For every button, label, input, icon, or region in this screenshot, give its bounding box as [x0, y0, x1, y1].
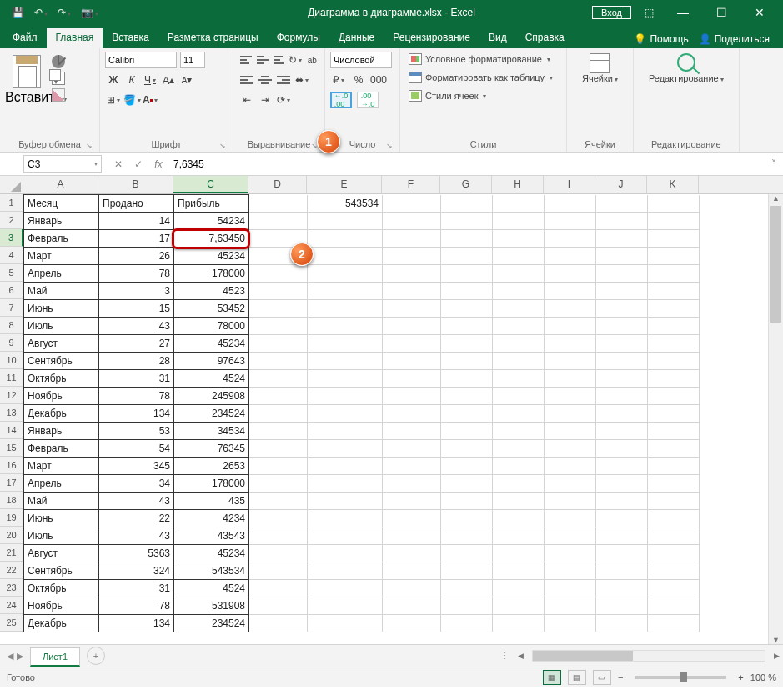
cell-J18[interactable]	[596, 492, 648, 510]
cell-G22[interactable]	[441, 562, 493, 580]
cell-E19[interactable]	[308, 510, 383, 528]
cell-H6[interactable]	[493, 282, 545, 300]
cell-C1[interactable]: Прибыль	[174, 195, 249, 212]
cell-E22[interactable]	[308, 562, 383, 580]
row-header-20[interactable]: 20	[0, 527, 23, 544]
cell-J3[interactable]	[596, 230, 648, 248]
cell-E13[interactable]	[308, 405, 383, 422]
cell-A14[interactable]: Январь	[24, 422, 99, 440]
cell-F22[interactable]	[383, 562, 441, 580]
cell-H24[interactable]	[493, 598, 545, 615]
align-middle-icon[interactable]	[255, 52, 270, 68]
cell-K10[interactable]	[648, 352, 700, 370]
cell-J2[interactable]	[596, 212, 648, 230]
cell-B8[interactable]: 43	[99, 318, 174, 335]
enter-icon[interactable]: ✓	[128, 158, 148, 170]
cell-D7[interactable]	[249, 300, 308, 318]
cell-I3[interactable]	[545, 230, 596, 248]
clipboard-launcher-icon[interactable]: ↘	[86, 142, 93, 150]
tab-page-layout[interactable]: Разметка страницы	[158, 28, 268, 48]
cell-G16[interactable]	[441, 458, 493, 475]
cell-I21[interactable]	[545, 545, 596, 562]
cell-G9[interactable]	[441, 335, 493, 352]
cell-A1[interactable]: Месяц	[24, 195, 99, 212]
cell-C22[interactable]: 543534	[174, 562, 249, 580]
cell-F21[interactable]	[383, 545, 441, 562]
cell-styles-button[interactable]: Стили ячеек	[405, 88, 561, 103]
cell-E16[interactable]	[308, 458, 383, 475]
cell-E1[interactable]: 543534	[308, 195, 383, 212]
cell-A3[interactable]: Февраль	[24, 230, 99, 248]
cell-K6[interactable]	[648, 282, 700, 300]
comma-format-icon[interactable]: 000	[370, 72, 387, 88]
cell-F10[interactable]	[383, 352, 441, 370]
maximize-icon[interactable]: ☐	[705, 6, 738, 19]
sheet-nav-prev-icon[interactable]: ◀	[7, 651, 13, 662]
cell-E15[interactable]	[308, 440, 383, 458]
cell-I14[interactable]	[545, 422, 596, 440]
cell-C16[interactable]: 2653	[174, 458, 249, 475]
cell-B9[interactable]: 27	[99, 335, 174, 352]
cell-J6[interactable]	[596, 282, 648, 300]
row-header-8[interactable]: 8	[0, 317, 23, 334]
row-header-25[interactable]: 25	[0, 614, 23, 632]
cell-G1[interactable]	[441, 195, 493, 212]
cell-H23[interactable]	[493, 580, 545, 598]
cell-K22[interactable]	[648, 562, 700, 580]
cell-K7[interactable]	[648, 300, 700, 318]
cell-G18[interactable]	[441, 492, 493, 510]
cell-G11[interactable]	[441, 370, 493, 388]
cell-H3[interactable]	[493, 230, 545, 248]
cell-E24[interactable]	[308, 598, 383, 615]
cell-A17[interactable]: Апрель	[24, 475, 99, 492]
cell-H17[interactable]	[493, 475, 545, 492]
cell-B14[interactable]: 53	[99, 422, 174, 440]
cell-A9[interactable]: Август	[24, 335, 99, 352]
tab-view[interactable]: Вид	[479, 28, 516, 48]
number-format-select[interactable]	[330, 52, 392, 68]
cell-E21[interactable]	[308, 545, 383, 562]
cell-F17[interactable]	[383, 475, 441, 492]
row-header-18[interactable]: 18	[0, 492, 23, 509]
cell-G5[interactable]	[441, 265, 493, 282]
cell-E12[interactable]	[308, 388, 383, 405]
cell-K13[interactable]	[648, 405, 700, 422]
cell-E8[interactable]	[308, 318, 383, 335]
cell-C10[interactable]: 97643	[174, 352, 249, 370]
cell-C19[interactable]: 4234	[174, 510, 249, 528]
cell-A22[interactable]: Сентябрь	[24, 562, 99, 580]
cell-K15[interactable]	[648, 440, 700, 458]
cell-H5[interactable]	[493, 265, 545, 282]
cell-I1[interactable]	[545, 195, 596, 212]
cell-E5[interactable]	[308, 265, 383, 282]
italic-button[interactable]: К	[123, 72, 140, 88]
cell-A24[interactable]: Ноябрь	[24, 598, 99, 615]
cell-D8[interactable]	[249, 318, 308, 335]
cell-A4[interactable]: Март	[24, 248, 99, 265]
format-painter-icon[interactable]	[52, 88, 65, 102]
cell-K8[interactable]	[648, 318, 700, 335]
cell-K23[interactable]	[648, 580, 700, 598]
cell-G20[interactable]	[441, 528, 493, 545]
cell-K24[interactable]	[648, 598, 700, 615]
increase-font-icon[interactable]: A▴	[160, 72, 177, 88]
cell-I16[interactable]	[545, 458, 596, 475]
cell-F9[interactable]	[383, 335, 441, 352]
cell-F12[interactable]	[383, 388, 441, 405]
cell-D14[interactable]	[249, 422, 308, 440]
zoom-slider-knob[interactable]	[680, 672, 687, 682]
cell-F20[interactable]	[383, 528, 441, 545]
cell-J15[interactable]	[596, 440, 648, 458]
cell-H4[interactable]	[493, 248, 545, 265]
cell-F7[interactable]	[383, 300, 441, 318]
column-header-D[interactable]: D	[248, 176, 307, 193]
cell-D21[interactable]	[249, 545, 308, 562]
cell-C9[interactable]: 45234	[174, 335, 249, 352]
cells-area[interactable]: МесяцПроданоПрибыль543534Январь1454234Фе…	[23, 194, 768, 632]
ribbon-display-options-icon[interactable]: ⬚	[636, 7, 661, 18]
row-header-16[interactable]: 16	[0, 457, 23, 474]
tell-me-button[interactable]: 💡 Помощь	[634, 33, 688, 45]
cell-G3[interactable]	[441, 230, 493, 248]
cell-E11[interactable]	[308, 370, 383, 388]
align-right-icon[interactable]	[275, 72, 292, 88]
